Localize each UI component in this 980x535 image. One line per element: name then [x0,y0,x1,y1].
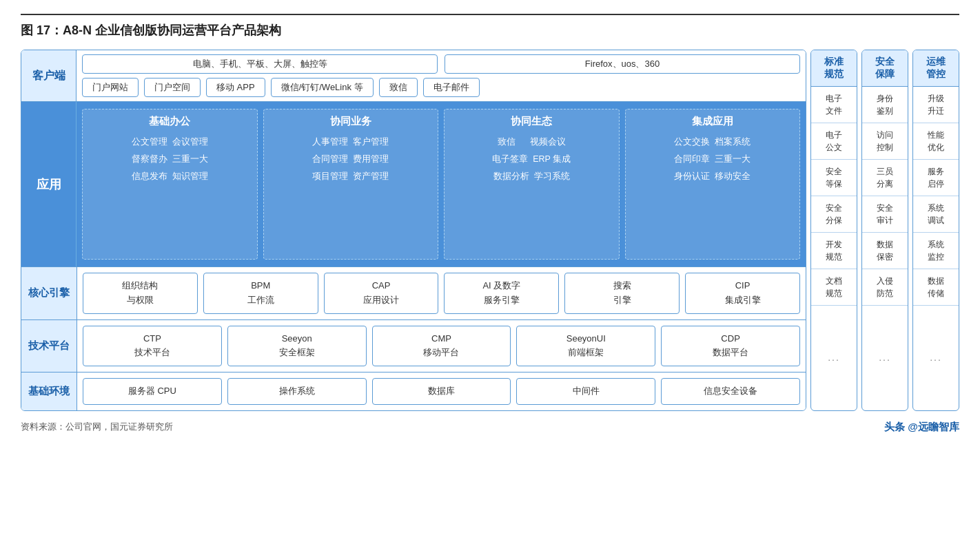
app-module-eco: 协同生态 致信 视频会议 电子签章 ERP 集成 数据分析 学习系统 [444,109,620,260]
security-item-1: 身份鉴别 [862,87,908,123]
ops-item-1: 升级升迁 [913,87,959,123]
ops-header: 运维管控 [913,50,959,87]
engine-org: 组织结构与权限 [83,273,198,314]
tech-content: CTP技术平台 Seeyon安全框架 CMP移动平台 SeeyonUI前端框架 … [77,320,806,373]
client-row: 客户端 电脑、手机、平板、大屏、触控等 Firefox、uos、360 门户网站… [21,50,806,102]
standard-item-1: 电子文件 [811,87,857,123]
standard-items: 电子文件 电子公文 安全等保 安全分保 开发规范 文档规范 ... [811,87,857,410]
standard-item-2: 电子公文 [811,123,857,160]
client-space: 门户空间 [144,78,201,97]
client-welink: 微信/钉钉/WeLink 等 [271,78,374,97]
base-row: 基础环境 服务器 CPU 操作系统 数据库 中间件 信息安全设备 [21,373,806,410]
ops-item-4: 系统调试 [913,196,959,233]
ops-panel: 运维管控 升级升迁 性能优化 服务启停 系统调试 系统监控 数据传储 ... [912,50,959,411]
standard-item-3: 安全等保 [811,160,857,196]
tech-seeyon: Seeyon安全框架 [227,326,367,367]
app-module-basic-title: 基础办公 [88,115,252,128]
base-os: 操作系统 [227,378,367,405]
page-title: 图 17：A8-N 企业信创版协同运营平台产品架构 [21,14,959,39]
client-portal: 门户网站 [82,78,139,97]
client-top-right: Firefox、uos、360 [445,54,800,74]
right-section: 标准规范 电子文件 电子公文 安全等保 安全分保 开发规范 文档规范 ... 安… [810,50,959,411]
app-row: 应用 基础办公 公文管理 会议管理 督察督办 三重一大 信息发布 知识管理 协同… [21,102,806,267]
ops-item-3: 服务启停 [913,160,959,196]
security-items: 身份鉴别 访问控制 三员分离 安全审计 数据保密 入侵防范 ... [862,87,908,410]
client-app: 移动 APP [206,78,265,97]
footer-brand: 头条 @远瞻智库 [884,421,959,434]
tech-label: 技术平台 [21,320,77,373]
tech-cdp: CDP数据平台 [661,326,800,367]
client-zhixin: 致信 [379,78,418,97]
base-server-cpu: 服务器 CPU [83,378,222,405]
engine-row: 核心引擎 组织结构与权限 BPM工作流 CAP应用设计 AI 及数字服务引擎 搜… [21,267,806,320]
tech-cmp: CMP移动平台 [372,326,511,367]
app-module-collab-items: 人事管理 客户管理 合同管理 费用管理 项目管理 资产管理 [269,134,433,185]
client-top-left: 电脑、手机、平板、大屏、触控等 [82,54,438,74]
app-module-collab-title: 协同业务 [269,115,433,128]
app-module-integration: 集成应用 公文交换 档案系统 合同印章 三重一大 身份认证 移动安全 [625,109,801,260]
security-panel: 安全保障 身份鉴别 访问控制 三员分离 安全审计 数据保密 入侵防范 ... [861,50,908,411]
ops-item-6: 数据传储 [913,269,959,306]
app-module-basic-items: 公文管理 会议管理 督察督办 三重一大 信息发布 知识管理 [88,134,252,185]
tech-ctp: CTP技术平台 [83,326,222,367]
client-content: 电脑、手机、平板、大屏、触控等 Firefox、uos、360 门户网站 门户空… [76,50,806,101]
base-middleware: 中间件 [516,378,655,405]
ops-item-2: 性能优化 [913,123,959,160]
main-container: 客户端 电脑、手机、平板、大屏、触控等 Firefox、uos、360 门户网站… [21,50,959,411]
engine-ai: AI 及数字服务引擎 [444,273,559,314]
client-top: 电脑、手机、平板、大屏、触控等 Firefox、uos、360 [82,54,800,74]
engine-cap: CAP应用设计 [324,273,439,314]
tech-seeyonui: SeeyonUI前端框架 [516,326,655,367]
client-bottom: 门户网站 门户空间 移动 APP 微信/钉钉/WeLink 等 致信 电子邮件 [82,78,800,97]
standard-item-4: 安全分保 [811,196,857,233]
app-label: 应用 [21,102,76,266]
standard-header: 标准规范 [811,50,857,87]
client-email: 电子邮件 [423,78,480,97]
security-header: 安全保障 [862,50,908,87]
ops-item-dots: ... [913,306,959,410]
security-item-3: 三员分离 [862,160,908,196]
standard-item-dots: ... [811,306,857,410]
app-module-eco-items: 致信 视频会议 电子签章 ERP 集成 数据分析 学习系统 [450,134,613,185]
ops-items: 升级升迁 性能优化 服务启停 系统调试 系统监控 数据传储 ... [913,87,959,410]
client-label: 客户端 [21,50,76,101]
standard-item-6: 文档规范 [811,269,857,306]
engine-search: 搜索引擎 [564,273,680,314]
security-item-6: 入侵防范 [862,269,908,306]
app-module-basic: 基础办公 公文管理 会议管理 督察督办 三重一大 信息发布 知识管理 [82,109,258,260]
engine-bpm: BPM工作流 [203,273,318,314]
footer: 资料来源：公司官网，国元证券研究所 头条 @远瞻智库 [21,421,959,434]
app-content: 基础办公 公文管理 会议管理 督察督办 三重一大 信息发布 知识管理 协同业务 … [76,102,806,266]
engine-cip: CIP集成引擎 [685,273,800,314]
base-label: 基础环境 [21,373,77,410]
app-module-eco-title: 协同生态 [450,115,613,128]
security-item-4: 安全审计 [862,196,908,233]
app-module-integration-items: 公文交换 档案系统 合同印章 三重一大 身份认证 移动安全 [631,134,795,185]
engine-content: 组织结构与权限 BPM工作流 CAP应用设计 AI 及数字服务引擎 搜索引擎 C… [77,267,806,319]
security-item-2: 访问控制 [862,123,908,160]
security-item-dots: ... [862,306,908,410]
base-db: 数据库 [372,378,511,405]
tech-row: 技术平台 CTP技术平台 Seeyon安全框架 CMP移动平台 SeeyonUI… [21,320,806,373]
footer-source: 资料来源：公司官网，国元证券研究所 [21,421,173,433]
left-section: 客户端 电脑、手机、平板、大屏、触控等 Firefox、uos、360 门户网站… [21,50,806,411]
base-security: 信息安全设备 [661,378,800,405]
security-item-5: 数据保密 [862,233,908,269]
app-module-collab: 协同业务 人事管理 客户管理 合同管理 费用管理 项目管理 资产管理 [263,109,439,260]
engine-label: 核心引擎 [21,267,77,319]
base-content: 服务器 CPU 操作系统 数据库 中间件 信息安全设备 [77,373,806,410]
ops-item-5: 系统监控 [913,233,959,269]
app-module-integration-title: 集成应用 [631,115,795,128]
standard-item-5: 开发规范 [811,233,857,269]
standard-panel: 标准规范 电子文件 电子公文 安全等保 安全分保 开发规范 文档规范 ... [810,50,857,411]
